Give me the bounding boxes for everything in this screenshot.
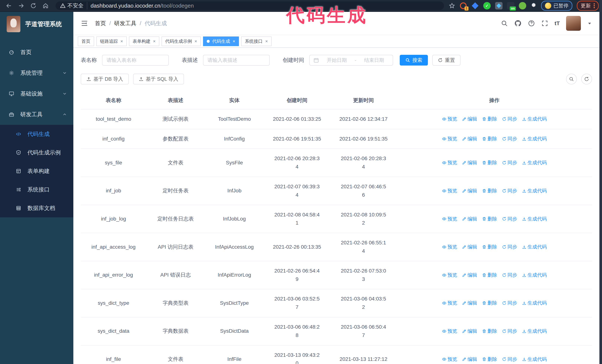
delete-link[interactable]: 删除: [482, 327, 497, 335]
user-avatar[interactable]: [566, 16, 581, 31]
reset-button[interactable]: 重置: [432, 55, 461, 65]
browser-reload-button[interactable]: [29, 2, 37, 10]
preview-link[interactable]: 预览: [442, 355, 457, 363]
app-logo[interactable]: 芋道管理系统: [0, 12, 73, 36]
generate-code-link[interactable]: 生成代码: [522, 243, 547, 251]
delete-link[interactable]: 删除: [482, 115, 497, 123]
delete-link[interactable]: 删除: [482, 243, 497, 251]
browser-forward-button[interactable]: [17, 2, 25, 10]
import-db-button[interactable]: 基于 DB 导入: [81, 74, 129, 84]
preview-link[interactable]: 预览: [442, 243, 457, 251]
fullscreen-icon[interactable]: [541, 20, 548, 27]
table-desc-input[interactable]: [203, 55, 270, 65]
search-button[interactable]: 搜索: [400, 55, 428, 65]
toggle-search-button[interactable]: [566, 74, 577, 84]
edit-link[interactable]: 编辑: [462, 115, 477, 123]
browser-menu-icon[interactable]: [594, 3, 595, 8]
edit-link[interactable]: 编辑: [462, 187, 477, 195]
close-icon[interactable]: ×: [233, 39, 235, 44]
close-icon[interactable]: ×: [120, 39, 123, 44]
extension-icon[interactable]: [472, 2, 479, 10]
breadcrumb-home[interactable]: 首页: [95, 20, 106, 27]
delete-link[interactable]: 删除: [482, 215, 497, 223]
sidebar-subitem-代码生成示例[interactable]: 代码生成示例: [0, 143, 73, 162]
generate-code-link[interactable]: 生成代码: [522, 187, 547, 195]
extension-icon[interactable]: [495, 2, 503, 10]
edit-link[interactable]: 编辑: [462, 243, 477, 251]
tag-tab-首页[interactable]: 首页: [78, 36, 94, 46]
sync-link[interactable]: 同步: [502, 327, 517, 335]
breadcrumb-tools[interactable]: 研发工具: [114, 20, 136, 27]
edit-link[interactable]: 编辑: [462, 135, 477, 143]
generate-code-link[interactable]: 生成代码: [522, 115, 547, 123]
generate-code-link[interactable]: 生成代码: [522, 271, 547, 279]
sidebar-subitem-数据库文档[interactable]: 数据库文档: [0, 199, 73, 217]
tag-tab-链路追踪[interactable]: 链路追踪×: [96, 36, 127, 46]
preview-link[interactable]: 预览: [442, 187, 457, 195]
edit-link[interactable]: 编辑: [462, 299, 477, 307]
sidebar-item-基础设施[interactable]: 基础设施: [0, 83, 73, 104]
sync-link[interactable]: 同步: [502, 243, 517, 251]
edit-link[interactable]: 编辑: [462, 327, 477, 335]
delete-link[interactable]: 删除: [482, 159, 497, 167]
refresh-table-button[interactable]: [581, 74, 592, 84]
preview-link[interactable]: 预览: [442, 159, 457, 167]
browser-back-button[interactable]: [5, 2, 13, 10]
sync-link[interactable]: 同步: [502, 355, 517, 363]
import-sql-button[interactable]: 基于 SQL 导入: [133, 74, 184, 84]
browser-update-button[interactable]: 更新: [577, 1, 599, 11]
font-size-icon[interactable]: tT: [555, 20, 560, 26]
tag-tab-代码生成[interactable]: 代码生成×: [203, 36, 239, 46]
generate-code-link[interactable]: 生成代码: [522, 327, 547, 335]
extensions-puzzle-icon[interactable]: [531, 3, 537, 9]
sidebar-subitem-代码生成[interactable]: 代码生成: [0, 125, 73, 143]
tag-tab-系统接口[interactable]: 系统接口×: [241, 36, 271, 46]
browser-home-button[interactable]: [42, 2, 50, 10]
delete-link[interactable]: 删除: [482, 355, 497, 363]
delete-link[interactable]: 删除: [482, 187, 497, 195]
preview-link[interactable]: 预览: [442, 299, 457, 307]
tag-tab-表单构建[interactable]: 表单构建×: [129, 36, 159, 46]
delete-link[interactable]: 删除: [482, 299, 497, 307]
caret-down-icon[interactable]: [587, 21, 592, 26]
sidebar-item-研发工具[interactable]: 研发工具: [0, 104, 73, 125]
address-bar[interactable]: 不安全 dashboard.yudao.iocoder.cn/tool/code…: [55, 1, 444, 10]
window-scrollbar[interactable]: [599, 0, 602, 364]
preview-link[interactable]: 预览: [442, 271, 457, 279]
edit-link[interactable]: 编辑: [462, 215, 477, 223]
table-name-input[interactable]: [102, 55, 169, 65]
sync-link[interactable]: 同步: [502, 299, 517, 307]
sync-link[interactable]: 同步: [502, 159, 517, 167]
edit-link[interactable]: 编辑: [462, 271, 477, 279]
preview-link[interactable]: 预览: [442, 115, 457, 123]
generate-code-link[interactable]: 生成代码: [522, 135, 547, 143]
github-icon[interactable]: [514, 20, 522, 27]
sync-link[interactable]: 同步: [502, 187, 517, 195]
extension-icon[interactable]: [519, 2, 526, 10]
tag-tab-代码生成示例[interactable]: 代码生成示例×: [161, 36, 201, 46]
sidebar-collapse-icon[interactable]: [81, 20, 88, 27]
help-icon[interactable]: [528, 20, 535, 27]
edit-link[interactable]: 编辑: [462, 159, 477, 167]
edit-link[interactable]: 编辑: [462, 355, 477, 363]
generate-code-link[interactable]: 生成代码: [522, 159, 547, 167]
preview-link[interactable]: 预览: [442, 215, 457, 223]
delete-link[interactable]: 删除: [482, 271, 497, 279]
generate-code-link[interactable]: 生成代码: [522, 215, 547, 223]
security-label[interactable]: 不安全: [67, 2, 84, 10]
end-date-placeholder[interactable]: 结束日期: [359, 57, 389, 63]
sidebar-subitem-表单构建[interactable]: 表单构建: [0, 162, 73, 180]
sync-link[interactable]: 同步: [502, 135, 517, 143]
extension-icon[interactable]: ✓: [483, 2, 491, 10]
generate-code-link[interactable]: 生成代码: [522, 355, 547, 363]
sidebar-item-系统管理[interactable]: 系统管理: [0, 62, 73, 83]
close-icon[interactable]: ×: [265, 39, 268, 44]
start-date-placeholder[interactable]: 开始日期: [322, 57, 352, 63]
extension-icon[interactable]: on: [507, 2, 514, 10]
delete-link[interactable]: 删除: [482, 135, 497, 143]
preview-link[interactable]: 预览: [442, 327, 457, 335]
extension-icon[interactable]: 1: [460, 2, 467, 10]
bookmark-star-icon[interactable]: [449, 3, 455, 9]
close-icon[interactable]: ×: [194, 39, 197, 44]
sync-link[interactable]: 同步: [502, 215, 517, 223]
